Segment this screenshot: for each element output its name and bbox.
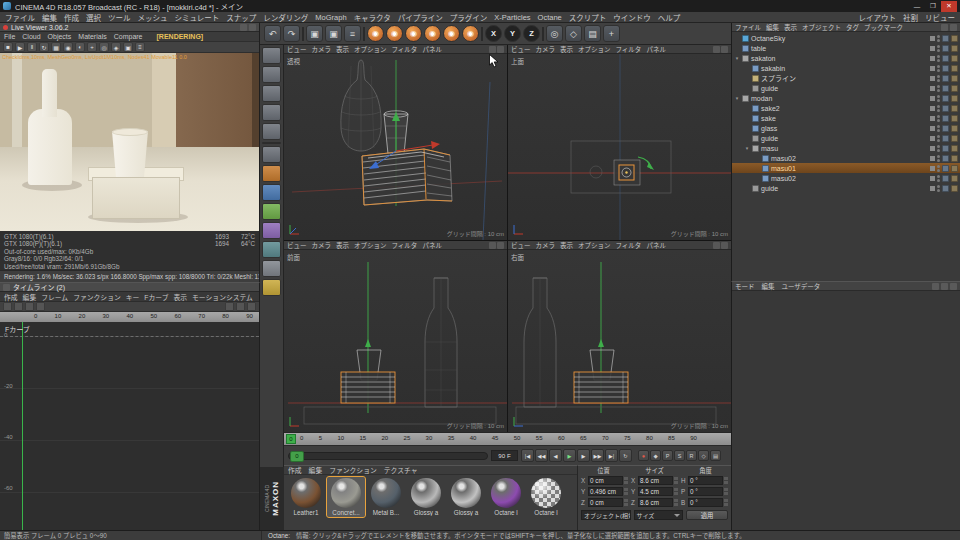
viewport-menu-item[interactable]: カメラ bbox=[536, 44, 556, 54]
dopesheet-mode-icon[interactable] bbox=[3, 302, 12, 311]
record-scale-button[interactable]: S bbox=[674, 450, 685, 461]
viewport-menu-item[interactable]: フィルタ bbox=[616, 240, 642, 250]
menu-item[interactable]: シミュレート bbox=[175, 12, 220, 23]
visibility-dots[interactable] bbox=[937, 125, 940, 132]
tag-icon[interactable] bbox=[951, 75, 958, 82]
menu-item[interactable]: メッシュ bbox=[138, 12, 168, 23]
toolbar-separator[interactable] bbox=[542, 27, 544, 41]
next-frame-button[interactable]: ▶ bbox=[577, 449, 590, 462]
layer-color-chip[interactable] bbox=[930, 96, 935, 101]
object-row[interactable]: guide bbox=[732, 183, 960, 193]
viewport-menu-item[interactable]: ビュー bbox=[287, 240, 307, 250]
viewport-canvas-right[interactable]: 右面 グリッド間隔 : 10 cm bbox=[508, 250, 731, 432]
record-param-button[interactable]: ◇ bbox=[698, 450, 709, 461]
material-pick-icon[interactable]: ◈ bbox=[111, 42, 121, 52]
rotation-field[interactable]: P 0 ° bbox=[681, 486, 728, 497]
viewport-menu-item[interactable]: パネル bbox=[646, 44, 666, 54]
live-viewer-menu-item[interactable]: Compare bbox=[114, 33, 143, 40]
attribute-menu-item[interactable]: 編集 bbox=[762, 281, 775, 291]
loop-button[interactable]: ↻ bbox=[619, 449, 632, 462]
material-item[interactable]: Leather1 bbox=[287, 477, 325, 517]
layer-color-chip[interactable] bbox=[930, 56, 935, 61]
visibility-dots[interactable] bbox=[937, 75, 940, 82]
menu-item[interactable]: キャラクタ bbox=[354, 12, 391, 23]
toolbar-separator[interactable] bbox=[481, 27, 483, 41]
menu-item[interactable]: ヘルプ bbox=[658, 12, 681, 23]
spinner-arrows[interactable] bbox=[724, 499, 728, 506]
frame-all-icon[interactable] bbox=[236, 302, 245, 311]
object-manager-menu-item[interactable]: タグ bbox=[846, 22, 859, 32]
position-field[interactable]: X 0 cm bbox=[581, 475, 628, 486]
visibility-dots[interactable] bbox=[937, 145, 940, 152]
layer-color-chip[interactable] bbox=[930, 76, 935, 81]
toolbar-separator[interactable] bbox=[363, 27, 365, 41]
object-manager-menu-item[interactable]: ブックマーク bbox=[864, 22, 903, 32]
position-value-input[interactable]: 0.496 cm bbox=[588, 487, 623, 496]
viewport-swap-icon[interactable] bbox=[489, 46, 496, 53]
viewport-maximize-icon[interactable] bbox=[497, 242, 504, 249]
tag-icon[interactable] bbox=[951, 115, 958, 122]
motion-mode-icon[interactable] bbox=[25, 302, 34, 311]
layer-color-chip[interactable] bbox=[930, 36, 935, 41]
tag-icon[interactable] bbox=[942, 155, 949, 162]
tag-icon[interactable] bbox=[942, 45, 949, 52]
tag-icon[interactable] bbox=[942, 115, 949, 122]
viewport-swap-icon[interactable] bbox=[713, 242, 720, 249]
menu-item[interactable]: プラグイン bbox=[450, 12, 488, 23]
object-manager-menu-item[interactable]: 表示 bbox=[784, 22, 797, 32]
viewport-menu-item[interactable]: ビュー bbox=[511, 44, 531, 54]
cube-primitive-button[interactable] bbox=[262, 165, 281, 182]
history-back-icon[interactable] bbox=[932, 283, 939, 290]
last-tool-button[interactable] bbox=[262, 123, 281, 140]
restart-render-icon[interactable]: ▶ bbox=[15, 42, 25, 52]
current-frame-knob[interactable]: 0 bbox=[290, 451, 304, 462]
layer-color-chip[interactable] bbox=[930, 186, 935, 191]
layout-menu-item[interactable]: レイアウト bbox=[859, 12, 897, 23]
object-row[interactable]: table bbox=[732, 43, 960, 53]
menu-item[interactable]: MoGraph bbox=[315, 13, 346, 22]
size-field[interactable]: Y 4.5 cm bbox=[631, 486, 678, 497]
octane-material-icon[interactable]: ◉ bbox=[443, 25, 460, 42]
layer-color-chip[interactable] bbox=[930, 136, 935, 141]
object-row[interactable]: sake bbox=[732, 113, 960, 123]
axis-x-button[interactable]: X bbox=[485, 25, 502, 42]
tag-icon[interactable] bbox=[951, 125, 958, 132]
viewport-menu-item[interactable]: フィルタ bbox=[392, 44, 418, 54]
layer-color-chip[interactable] bbox=[930, 46, 935, 51]
goto-end-button[interactable]: ▶| bbox=[605, 449, 618, 462]
size-mode-dropdown[interactable]: サイズ bbox=[634, 510, 684, 520]
object-row[interactable]: masu02 bbox=[732, 173, 960, 183]
render-region-icon[interactable]: ▣ bbox=[325, 25, 342, 42]
viewport-menu-item[interactable]: カメラ bbox=[312, 240, 332, 250]
octane-liveviewer-icon[interactable]: ◉ bbox=[367, 25, 384, 42]
viewport-swap-icon[interactable] bbox=[713, 46, 720, 53]
scale-tool[interactable] bbox=[262, 85, 281, 102]
menu-item[interactable]: ウインドウ bbox=[613, 12, 651, 23]
pen-tool[interactable] bbox=[262, 146, 281, 163]
filter-icon[interactable] bbox=[950, 24, 957, 31]
search-icon[interactable] bbox=[941, 24, 948, 31]
layer-color-chip[interactable] bbox=[930, 116, 935, 121]
save-image-icon[interactable]: ▣ bbox=[123, 42, 133, 52]
layout-menu-item[interactable]: リビュー bbox=[925, 12, 955, 23]
tag-icon[interactable] bbox=[951, 145, 958, 152]
prev-frame-button[interactable]: ◀ bbox=[549, 449, 562, 462]
attribute-menu-item[interactable]: ユーザデータ bbox=[782, 281, 821, 291]
rotation-value-input[interactable]: 0 ° bbox=[688, 487, 723, 496]
viewport-canvas-top[interactable]: 上面 グリッド間隔 : 10 cm bbox=[508, 54, 731, 240]
fcurve-mode-icon[interactable] bbox=[14, 302, 23, 311]
spline-primitive-button[interactable] bbox=[262, 184, 281, 201]
timeline-menu-item[interactable]: 編集 bbox=[23, 292, 37, 302]
layout-menu-item[interactable]: 社割 bbox=[903, 12, 918, 23]
viewport-canvas-perspective[interactable]: 透視 グリッド間隔 : 10 cm bbox=[284, 54, 507, 240]
apply-button[interactable]: 適用 bbox=[686, 510, 728, 520]
menu-item[interactable]: レンダリング bbox=[263, 12, 308, 23]
layer-color-chip[interactable] bbox=[930, 66, 935, 71]
tag-icon[interactable] bbox=[942, 35, 949, 42]
move-tool[interactable] bbox=[262, 66, 281, 83]
position-value-input[interactable]: 0 cm bbox=[588, 498, 623, 507]
record-position-button[interactable]: P bbox=[662, 450, 673, 461]
tag-icon[interactable] bbox=[951, 155, 958, 162]
play-button[interactable]: ▶ bbox=[563, 449, 576, 462]
viewport-menu-item[interactable]: 表示 bbox=[560, 240, 573, 250]
